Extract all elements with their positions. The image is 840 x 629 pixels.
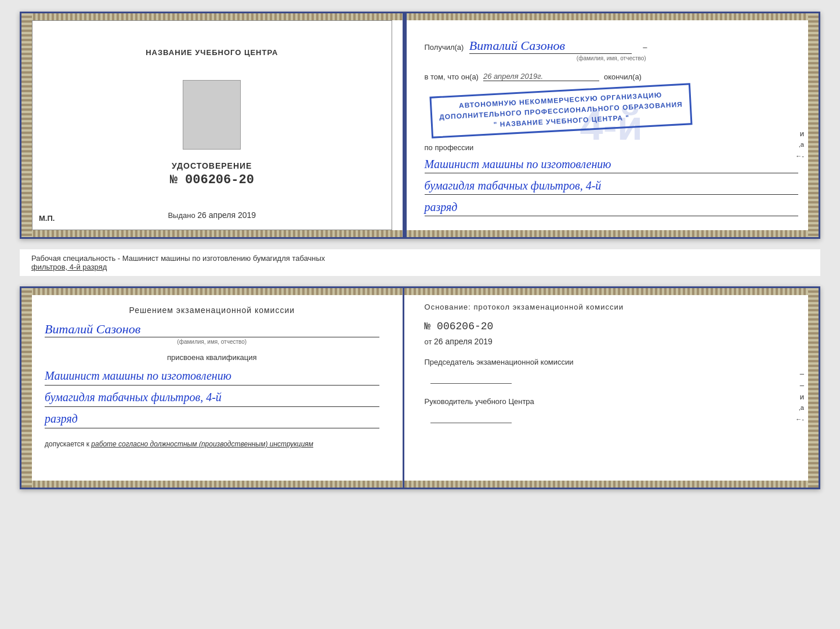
rukov-signature-line bbox=[430, 423, 512, 423]
issued-section: Выдано 26 апреля 2019 bbox=[168, 210, 256, 220]
cert-left-page: НАЗВАНИЕ УЧЕБНОГО ЦЕНТРА УДОСТОВЕРЕНИЕ №… bbox=[21, 13, 404, 237]
bottom-fio-label: (фамилия, имя, отчество) bbox=[45, 339, 379, 345]
prisvoena-label: присвоена квалификация bbox=[45, 353, 379, 362]
protocol-number: № 006206-20 bbox=[425, 321, 798, 332]
photo-placeholder bbox=[183, 80, 241, 150]
info-text-start: Рабочая специальность - Машинист машины … bbox=[31, 254, 325, 263]
right-label-arrow: ←- bbox=[795, 152, 804, 159]
qual-line2: бумагидля табачных фильтров, 4-й bbox=[45, 388, 379, 407]
osnov-label: Основание: протокол экзаменационной коми… bbox=[425, 303, 798, 311]
cert-right-page: 4-й Получил(а) Виталий Сазонов – (фамили… bbox=[404, 13, 819, 237]
issued-label: Выдано bbox=[168, 211, 195, 220]
right-label-a: ,а bbox=[799, 141, 804, 148]
vtom-section: в том, что он(а) 26 апреля 2019г. окончи… bbox=[425, 72, 798, 81]
cert-type-label: УДОСТОВЕРЕНИЕ bbox=[170, 161, 254, 170]
right-label-i: и bbox=[800, 129, 804, 138]
bottom-right-strip bbox=[808, 288, 819, 488]
ot-date-section: от 26 апреля 2019 bbox=[425, 337, 798, 346]
cert-number: № 006206-20 bbox=[170, 173, 254, 187]
bottom-name-section: Виталий Сазонов (фамилия, имя, отчество) bbox=[45, 322, 379, 345]
qual-line1: Машинист машины по изготовлению bbox=[45, 366, 379, 386]
issued-date: 26 апреля 2019 bbox=[197, 210, 256, 220]
org-stamp-section: АВТОНОМНУЮ НЕКОММЕРЧЕСКУЮ ОРГАНИЗАЦИЮ ДО… bbox=[425, 87, 798, 132]
right2-label-arrow: ←- bbox=[795, 416, 804, 423]
right2-label-dash2: – bbox=[800, 381, 804, 390]
chairman-label: Председатель экзаменационной комиссии bbox=[425, 358, 798, 366]
bottom-left-strip bbox=[21, 288, 32, 488]
recipient-name: Виталий Сазонов bbox=[469, 38, 632, 54]
ot-label: от bbox=[425, 337, 432, 346]
chairman-section: Председатель экзаменационной комиссии bbox=[425, 358, 798, 386]
ot-date-value: 26 апреля 2019 bbox=[434, 337, 493, 346]
org-stamp: АВТОНОМНУЮ НЕКОММЕРЧЕСКУЮ ОРГАНИЗАЦИЮ ДО… bbox=[429, 83, 692, 138]
vtom-date: 26 апреля 2019г. bbox=[483, 72, 599, 81]
okoncil-label: окончил(а) bbox=[604, 72, 642, 81]
right2-label-i: и bbox=[800, 392, 804, 401]
vtom-prefix: в том, что он(а) bbox=[425, 72, 479, 81]
profession-line2: бумагидля табачных фильтров, 4-й bbox=[425, 177, 798, 195]
school-name-title: НАЗВАНИЕ УЧЕБНОГО ЦЕНТРА bbox=[146, 48, 278, 57]
rukov-label: Руководитель учебного Центра bbox=[425, 397, 798, 406]
right-decorative-strip bbox=[808, 13, 819, 237]
recipient-prefix: Получил(а) bbox=[425, 43, 464, 52]
chairman-signature-line bbox=[430, 383, 512, 384]
info-bar: Рабочая специальность - Машинист машины … bbox=[20, 249, 820, 276]
exam-commission-title: Решением экзаменационной комиссии bbox=[45, 306, 379, 315]
mp-label: М.П. bbox=[39, 214, 55, 223]
rukov-section: Руководитель учебного Центра bbox=[425, 397, 798, 425]
right2-label-dash1: – bbox=[800, 369, 804, 378]
top-certificate: НАЗВАНИЕ УЧЕБНОГО ЦЕНТРА УДОСТОВЕРЕНИЕ №… bbox=[20, 12, 820, 239]
bottom-certificate: Решением экзаменационной комиссии Витали… bbox=[20, 286, 820, 489]
left-decorative-strip bbox=[21, 13, 32, 237]
qual-line3: разряд bbox=[45, 409, 379, 428]
right2-label-a: ,а bbox=[799, 404, 804, 411]
recipient-section: Получил(а) Виталий Сазонов – (фамилия, и… bbox=[425, 38, 798, 61]
dopusk-prefix: допускается к bbox=[45, 440, 89, 448]
profession-line1: Машинист машины по изготовлению bbox=[425, 155, 798, 173]
profession-line3: разряд bbox=[425, 198, 798, 216]
bottom-recipient-name: Виталий Сазонов bbox=[45, 322, 379, 337]
fio-label: (фамилия, имя, отчество) bbox=[425, 55, 798, 61]
cert-number-section: УДОСТОВЕРЕНИЕ № 006206-20 bbox=[170, 161, 254, 187]
dash-symbol: – bbox=[643, 43, 647, 52]
bottom-cert-left: Решением экзаменационной комиссии Витали… bbox=[21, 288, 404, 488]
bottom-qualification-section: Машинист машины по изготовлению бумагидл… bbox=[45, 366, 379, 428]
profession-section: по профессии Машинист машины по изготовл… bbox=[425, 143, 798, 216]
mp-section: М.П. bbox=[39, 214, 55, 223]
info-text-underlined: фильтров, 4-й разряд bbox=[31, 263, 107, 271]
dopusk-section: допускается к работе согласно должностны… bbox=[45, 440, 379, 448]
bottom-cert-right: Основание: протокол экзаменационной коми… bbox=[404, 288, 819, 488]
po-professii-label: по профессии bbox=[425, 143, 798, 152]
dopusk-text: работе согласно должностным (производств… bbox=[91, 440, 313, 448]
